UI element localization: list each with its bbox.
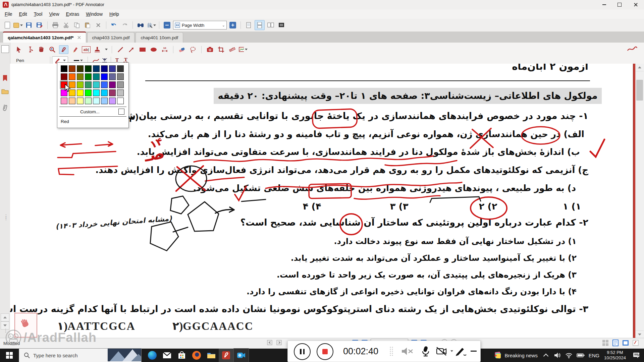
color-swatch[interactable] (61, 89, 67, 96)
color-swatch[interactable] (101, 98, 108, 104)
color-swatch[interactable] (61, 73, 67, 80)
tray-language[interactable]: ENG (587, 349, 601, 362)
presentation-mode-button[interactable] (277, 20, 286, 30)
vertical-scrollbar[interactable] (635, 64, 644, 338)
pause-recording-button[interactable] (294, 343, 311, 360)
copy-button[interactable] (72, 20, 82, 30)
image-dropdown-caret[interactable] (245, 49, 248, 50)
tray-clock[interactable]: 9:52 PM 10/25/2024 (601, 350, 629, 361)
facing-pages-layout-button[interactable] (266, 20, 275, 30)
stamp-dropdown-caret[interactable] (105, 49, 108, 50)
stop-recording-button[interactable] (317, 343, 333, 360)
color-swatch[interactable] (109, 73, 116, 80)
page-view-icon[interactable] (612, 340, 619, 346)
minimize-button[interactable] (596, 0, 612, 9)
color-swatch[interactable] (77, 73, 84, 80)
taskbar-edge-icon[interactable] (145, 349, 160, 362)
tab-chap401[interactable]: chap401 10om.pdf (136, 32, 183, 43)
tray-speaker-icon[interactable] (552, 349, 563, 362)
taskbar-search-box[interactable]: Type here to search (19, 348, 142, 362)
color-swatch[interactable] (117, 89, 124, 96)
start-button[interactable] (0, 349, 19, 362)
text-select-tool[interactable] (26, 46, 35, 54)
color-swatch[interactable] (101, 81, 108, 88)
line-tool[interactable] (116, 46, 125, 54)
find-button[interactable] (136, 20, 145, 30)
thumbnails-view-icon[interactable] (602, 340, 609, 346)
color-swatch[interactable] (69, 81, 75, 88)
color-swatch[interactable] (117, 73, 124, 80)
tab-close-icon[interactable] (77, 36, 81, 40)
color-swatch[interactable] (69, 89, 75, 96)
open-button[interactable] (13, 20, 23, 30)
lasso-tool[interactable] (189, 46, 197, 54)
undo-button[interactable] (109, 20, 119, 30)
color-swatch[interactable] (117, 65, 124, 72)
redo-button[interactable] (120, 20, 129, 30)
color-swatch[interactable] (69, 73, 75, 80)
tray-wifi-icon[interactable] (563, 349, 575, 362)
stamp-tool[interactable] (93, 46, 102, 54)
strip-scroll-up-button[interactable] (1, 313, 9, 321)
ellipse-tool[interactable] (149, 46, 158, 54)
color-swatch[interactable] (85, 89, 92, 96)
color-swatch[interactable] (101, 73, 108, 80)
cut-button[interactable] (61, 20, 71, 30)
color-swatch[interactable] (93, 81, 100, 88)
arrow-tool[interactable] (127, 46, 136, 54)
draw-tool-icon[interactable] (455, 346, 467, 357)
custom-color-swatch[interactable] (118, 109, 124, 115)
webcam-dropdown-caret[interactable] (450, 350, 453, 352)
next-view-icon[interactable] (276, 340, 283, 346)
color-swatch[interactable] (117, 98, 124, 104)
color-swatch[interactable] (77, 65, 84, 72)
strip-drag-dots[interactable]: ⋮⋮ (4, 215, 8, 220)
microphone-icon[interactable] (420, 346, 431, 357)
taskbar-camera-app-icon[interactable] (233, 348, 249, 362)
color-swatch[interactable] (93, 89, 100, 96)
color-swatch[interactable] (77, 98, 84, 104)
text-box-tool[interactable]: ab| (82, 46, 91, 53)
snapshot-tool[interactable] (206, 46, 214, 54)
pen-tool[interactable] (59, 45, 68, 54)
zoom-combo-chevron[interactable]: ⌄ (222, 23, 225, 27)
pan-hand-tool[interactable] (37, 46, 46, 54)
taskbar-mail-icon[interactable] (160, 349, 174, 362)
menu-tool[interactable]: Tool (31, 10, 46, 18)
taskbar-store-icon[interactable] (174, 349, 189, 362)
prev-view-icon[interactable] (267, 340, 273, 346)
annotator-view-icon[interactable] (632, 340, 639, 346)
color-swatch[interactable] (109, 89, 116, 96)
action-center-icon[interactable] (629, 349, 644, 362)
color-swatch[interactable] (61, 65, 67, 72)
color-swatch[interactable] (109, 81, 116, 88)
menu-extras[interactable]: Extras (63, 10, 83, 18)
rectangle-tool[interactable] (138, 46, 147, 54)
print-button[interactable] (51, 20, 60, 30)
new-document-button[interactable] (3, 20, 12, 30)
pen-width-caret[interactable] (80, 60, 83, 61)
current-stamp-preview[interactable] (14, 313, 37, 338)
color-swatch[interactable] (101, 89, 108, 96)
menu-help[interactable]: Help (106, 10, 122, 18)
bookmarks-icon[interactable] (2, 74, 8, 82)
snap-settings-button[interactable] (147, 20, 156, 30)
zoom-tool[interactable] (48, 46, 57, 54)
tab-qalamchi[interactable]: qalamchi4aban1403 12om.pdf* (3, 32, 86, 43)
layout-view-icon[interactable] (622, 340, 629, 346)
zoom-in-button[interactable]: + (228, 20, 237, 30)
open-dropdown-caret[interactable] (20, 24, 23, 26)
save-button[interactable] (24, 20, 34, 30)
color-swatch[interactable] (93, 98, 100, 104)
eraser-tool[interactable] (177, 46, 186, 54)
color-swatch[interactable] (85, 65, 92, 72)
color-swatch[interactable] (93, 73, 100, 80)
color-swatch[interactable] (85, 98, 92, 104)
menu-edit[interactable]: Edit (16, 10, 31, 18)
taskbar-firefox-icon[interactable] (189, 349, 204, 362)
minimize-recorder-button[interactable] (471, 351, 477, 352)
ruler-tool[interactable] (228, 46, 236, 54)
custom-color-row[interactable]: Custom... (57, 108, 128, 115)
color-swatch[interactable] (93, 65, 100, 72)
crop-tool[interactable] (217, 46, 225, 54)
